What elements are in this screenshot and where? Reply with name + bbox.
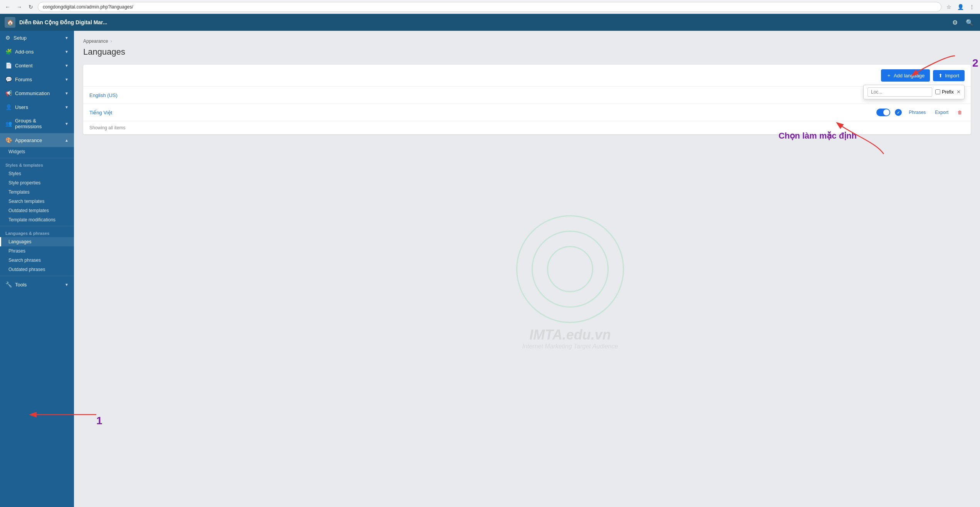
import-dropdown: Prefix ×: [863, 85, 965, 99]
watermark-main-text: IMTA.edu.vn: [516, 327, 624, 343]
sidebar-sub-search-templates[interactable]: Search templates: [0, 197, 74, 206]
address-bar[interactable]: [38, 2, 941, 12]
add-language-button[interactable]: ＋ Add language: [881, 69, 930, 82]
sidebar-item-appearance-label: Appearance: [15, 137, 42, 143]
tools-icon: 🔧: [5, 281, 12, 288]
language-row-en: English (US) Phrases Export 🗑: [83, 87, 971, 104]
language-name-vi[interactable]: Tiếng Việt: [89, 110, 872, 115]
sidebar-item-communication-label: Communication: [15, 90, 50, 96]
card-header: ＋ Add language ⬆ Import Prefix: [83, 65, 971, 87]
sidebar-sub-search-phrases[interactable]: Search phrases: [0, 256, 74, 265]
browser-bar: ← → ↻ ☆ 👤 ⋮: [0, 0, 980, 14]
user-icon[interactable]: 👤: [955, 2, 965, 12]
chevron-down-icon: ▼: [65, 91, 69, 95]
showing-text: Showing all items: [83, 121, 971, 134]
watermark-circle-inner: [547, 246, 593, 292]
chevron-down-icon: ▼: [65, 122, 69, 126]
breadcrumb: Appearance ›: [83, 38, 971, 44]
chevron-down-icon: ▼: [65, 283, 69, 287]
prefix-checkbox[interactable]: [935, 89, 940, 94]
sidebar-item-communication[interactable]: 📢 Communication ▼: [0, 86, 74, 100]
import-icon: ⬆: [938, 73, 943, 79]
sidebar-item-setup-label: Setup: [13, 35, 27, 41]
groups-icon: 👥: [5, 120, 12, 127]
chevron-down-icon: ▼: [65, 64, 69, 68]
sidebar-sub-languages[interactable]: Languages: [0, 237, 74, 246]
sidebar-sub-styles[interactable]: Styles: [0, 169, 74, 178]
sidebar-sub-outdated-phrases[interactable]: Outdated phrases: [0, 265, 74, 274]
users-icon: 👤: [5, 104, 12, 110]
radio-default-vi[interactable]: [895, 109, 902, 116]
breadcrumb-separator: ›: [111, 38, 112, 44]
chevron-down-icon: ▼: [65, 36, 69, 40]
watermark-circle-middle: [532, 231, 609, 308]
sidebar-item-users-label: Users: [15, 104, 28, 110]
chevron-down-icon: ▼: [65, 105, 69, 109]
forward-button[interactable]: →: [15, 2, 24, 12]
sidebar-divider2: [0, 226, 74, 226]
addons-icon: 🧩: [5, 49, 12, 55]
watermark: IMTA.edu.vn Internet Marketing Target Au…: [516, 215, 624, 350]
sidebar-item-setup[interactable]: ⚙ Setup ▼: [0, 31, 74, 45]
languages-phrases-label: Languages & phrases: [0, 228, 74, 237]
star-icon[interactable]: ☆: [944, 2, 954, 12]
chevron-down-icon: ▼: [65, 50, 69, 54]
toggle-vi[interactable]: [876, 109, 890, 116]
sidebar-item-tools[interactable]: 🔧 Tools ▼: [0, 278, 74, 291]
chevron-down-icon: ▼: [65, 77, 69, 82]
languages-card: ＋ Add language ⬆ Import Prefix: [83, 65, 971, 134]
language-name-en[interactable]: English (US): [89, 92, 872, 98]
sidebar-sub-phrases[interactable]: Phrases: [0, 246, 74, 256]
breadcrumb-parent[interactable]: Appearance: [83, 38, 108, 44]
import-search-input[interactable]: [868, 87, 932, 97]
sidebar-item-content-label: Content: [15, 63, 33, 69]
sidebar-item-groups[interactable]: 👥 Groups & permissions ▼: [0, 114, 74, 133]
sidebar-item-content[interactable]: 📄 Content ▼: [0, 59, 74, 72]
setup-icon: ⚙: [5, 35, 10, 41]
search-button[interactable]: 🔍: [964, 17, 975, 28]
sidebar-item-addons-label: Add-ons: [15, 49, 34, 55]
app-title: Diễn Đàn Cộng Đồng Digital Mar...: [19, 19, 949, 25]
sidebar-item-tools-label: Tools: [15, 282, 27, 288]
more-icon[interactable]: ⋮: [967, 2, 977, 12]
sidebar: ⚙ Setup ▼ 🧩 Add-ons ▼ 📄 Content ▼ 💬 Foru…: [0, 31, 74, 507]
refresh-button[interactable]: ↻: [26, 2, 35, 12]
back-button[interactable]: ←: [3, 2, 12, 12]
import-close-button[interactable]: ×: [957, 89, 960, 95]
annotation-arrow-1: [74, 403, 100, 426]
language-row-vi: Tiếng Việt Phrases Export 🗑: [83, 104, 971, 121]
header-actions: ⚙ 🔍: [949, 17, 975, 28]
content-area: IMTA.edu.vn Internet Marketing Target Au…: [74, 31, 980, 507]
sidebar-sub-widgets[interactable]: Widgets: [0, 147, 74, 156]
add-icon: ＋: [886, 72, 891, 79]
sidebar-sub-template-modifications[interactable]: Template modifications: [0, 215, 74, 224]
sidebar-item-forums-label: Forums: [15, 77, 32, 82]
phrases-button-vi[interactable]: Phrases: [906, 109, 928, 116]
delete-button-vi[interactable]: 🗑: [955, 109, 965, 116]
watermark-sub-text: Internet Marketing Target Audience: [516, 343, 624, 350]
browser-icons: ☆ 👤 ⋮: [944, 2, 977, 12]
sidebar-item-users[interactable]: 👤 Users ▼: [0, 100, 74, 114]
sidebar-item-appearance[interactable]: 🎨 Appearance ▲: [0, 133, 74, 147]
communication-icon: 📢: [5, 90, 12, 96]
export-button-vi[interactable]: Export: [933, 109, 951, 116]
content-icon: 📄: [5, 62, 12, 69]
main-layout: ⚙ Setup ▼ 🧩 Add-ons ▼ 📄 Content ▼ 💬 Foru…: [0, 31, 980, 507]
styles-templates-label: Styles & templates: [0, 160, 74, 169]
sidebar-divider: [0, 158, 74, 158]
import-button[interactable]: ⬆ Import: [933, 70, 965, 81]
home-icon: 🏠: [5, 17, 15, 28]
sidebar-sub-outdated-templates[interactable]: Outdated templates: [0, 206, 74, 215]
sidebar-sub-style-properties[interactable]: Style properties: [0, 178, 74, 187]
sidebar-sub-templates[interactable]: Templates: [0, 187, 74, 197]
prefix-label[interactable]: Prefix: [935, 89, 954, 95]
settings-button[interactable]: ⚙: [949, 17, 961, 28]
appearance-icon: 🎨: [5, 137, 12, 143]
import-container: ⬆ Import Prefix ×: [933, 70, 965, 81]
sidebar-item-addons[interactable]: 🧩 Add-ons ▼: [0, 45, 74, 59]
page-title: Languages: [83, 47, 971, 57]
sidebar-item-forums[interactable]: 💬 Forums ▼: [0, 72, 74, 86]
chevron-up-icon: ▲: [65, 138, 69, 142]
sidebar-item-groups-label: Groups & permissions: [15, 118, 62, 129]
watermark-circle-outer: [516, 215, 624, 323]
